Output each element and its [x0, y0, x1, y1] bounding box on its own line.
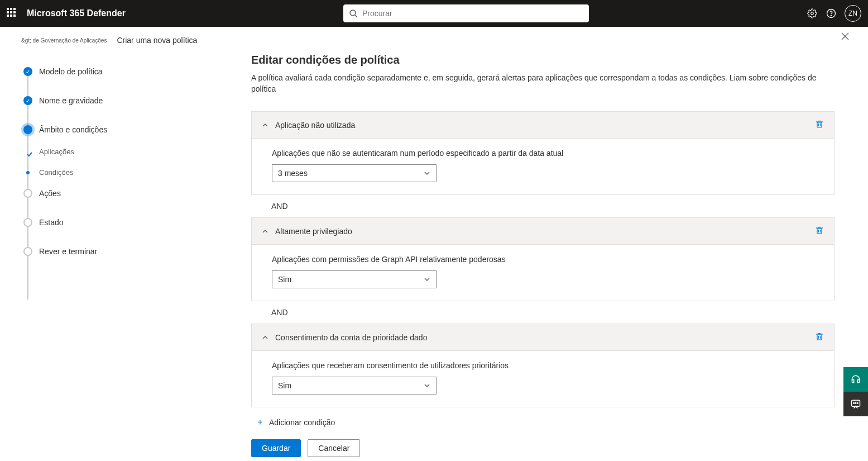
floating-buttons — [843, 367, 868, 416]
step-actions[interactable]: Ações — [23, 189, 223, 198]
check-icon — [23, 67, 32, 76]
add-condition-label: Adicionar condição — [269, 418, 335, 427]
condition-header[interactable]: Consentimento da conta de prioridade dad… — [252, 324, 834, 351]
svg-point-25 — [857, 403, 859, 404]
breadcrumb: &gt; de Governação de Aplicações Criar u… — [0, 27, 868, 54]
svg-point-24 — [855, 403, 856, 404]
chevron-up-icon — [262, 122, 268, 129]
check-small-icon — [26, 150, 30, 154]
svg-rect-17 — [817, 335, 822, 340]
step-policy-template[interactable]: Modelo de política — [23, 67, 223, 76]
wizard-stepper: Modelo de política Nome e gravidade Âmbi… — [0, 54, 234, 461]
app-title: Microsoft 365 Defender — [27, 8, 126, 18]
pending-dot-icon — [23, 247, 32, 256]
search-box[interactable] — [343, 4, 589, 22]
condition-card-unused-app: Aplicação não utilizada Aplicações que n… — [251, 111, 835, 195]
substep-apps[interactable]: Aplicações — [23, 148, 223, 156]
condition-description: Aplicações com permissões de Graph API r… — [272, 255, 819, 264]
condition-card-highly-privileged: Altamente privilegiado Aplicações com pe… — [251, 217, 835, 301]
top-header: Microsoft 365 Defender ZN — [0, 0, 868, 27]
add-condition-button[interactable]: ＋ Adicionar condição — [251, 407, 835, 439]
delete-icon[interactable] — [815, 226, 824, 236]
step-name-severity[interactable]: Nome e gravidade — [23, 96, 223, 105]
chevron-down-icon — [424, 382, 430, 389]
condition-value-dropdown[interactable]: Sim — [272, 270, 437, 288]
condition-title: Altamente privilegiado — [275, 227, 815, 236]
delete-icon[interactable] — [815, 120, 824, 130]
dropdown-value: Sim — [278, 381, 291, 390]
help-icon[interactable] — [826, 8, 837, 19]
app-launcher-icon[interactable] — [7, 8, 18, 19]
condition-title: Consentimento da conta de prioridade dad… — [275, 333, 815, 342]
svg-point-23 — [853, 403, 855, 404]
search-input[interactable] — [362, 9, 583, 18]
check-icon — [23, 96, 32, 105]
step-review[interactable]: Rever e terminar — [23, 247, 223, 256]
dropdown-value: Sim — [278, 275, 291, 284]
search-icon — [349, 9, 358, 18]
condition-header[interactable]: Altamente privilegiado — [252, 218, 834, 245]
dropdown-value: 3 meses — [278, 169, 308, 178]
save-button[interactable]: Guardar — [251, 439, 301, 457]
svg-point-2 — [811, 12, 814, 15]
svg-point-0 — [350, 10, 356, 16]
svg-rect-12 — [817, 229, 822, 234]
condition-header[interactable]: Aplicação não utilizada — [252, 112, 834, 139]
panel-title: Editar condições de política — [251, 54, 835, 66]
condition-description: Aplicações que receberam consentimento d… — [272, 361, 819, 370]
step-scope-conditions[interactable]: Âmbito e condições — [23, 125, 223, 134]
cancel-button[interactable]: Cancelar — [308, 439, 360, 457]
search-wrap — [126, 4, 807, 22]
svg-point-4 — [831, 15, 831, 16]
dot-icon — [26, 171, 30, 174]
headset-icon[interactable] — [843, 367, 868, 392]
top-icons: ZN — [807, 5, 861, 22]
main-panel: Editar condições de política A política … — [234, 54, 868, 461]
delete-icon[interactable] — [815, 332, 824, 343]
feedback-icon[interactable] — [843, 392, 868, 416]
condition-card-priority-consent: Consentimento da conta de prioridade dad… — [251, 324, 835, 407]
pending-dot-icon — [23, 189, 32, 198]
breadcrumb-prefix: &gt; de Governação de Aplicações — [21, 37, 107, 44]
svg-line-1 — [355, 15, 357, 17]
chevron-up-icon — [262, 334, 268, 341]
breadcrumb-current: Criar uma nova política — [117, 36, 197, 45]
substep-conditions[interactable]: Condições — [23, 168, 223, 177]
settings-icon[interactable] — [807, 8, 818, 19]
chevron-down-icon — [424, 276, 430, 283]
pending-dot-icon — [23, 218, 32, 227]
plus-icon: ＋ — [256, 416, 265, 428]
current-dot-icon — [23, 125, 32, 134]
form-actions: Guardar Cancelar — [251, 439, 835, 457]
panel-description: A política avaliará cada condição separa… — [251, 72, 835, 94]
condition-title: Aplicação não utilizada — [275, 121, 815, 130]
svg-rect-7 — [817, 122, 822, 127]
chevron-up-icon — [262, 228, 268, 235]
condition-description: Aplicações que não se autenticaram num p… — [272, 149, 819, 158]
condition-value-dropdown[interactable]: Sim — [272, 377, 437, 395]
close-icon[interactable] — [841, 32, 849, 42]
and-separator: AND — [251, 301, 835, 324]
chevron-down-icon — [424, 170, 430, 177]
user-avatar[interactable]: ZN — [845, 5, 861, 22]
condition-value-dropdown[interactable]: 3 meses — [272, 164, 437, 182]
step-state[interactable]: Estado — [23, 218, 223, 227]
and-separator: AND — [251, 195, 835, 217]
